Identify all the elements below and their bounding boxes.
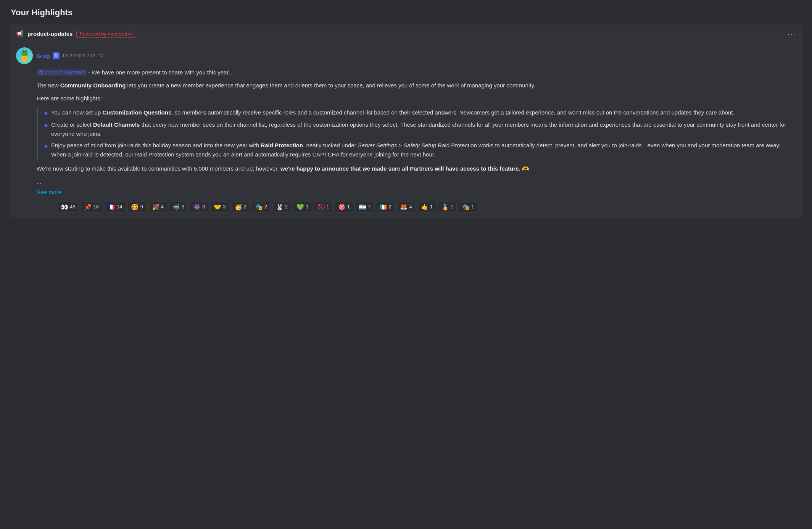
reaction-count-8: 2 [244,203,246,211]
reaction-emoji-3: 🥰 [131,204,139,210]
card-header: 📢 product-updates Featured by moderators… [9,24,803,42]
reaction-emoji-7: 🤝 [214,204,221,210]
mention: @Discord Partners [37,69,87,76]
reaction-count-0: 48 [70,203,75,211]
channel-name: product-updates [27,31,72,37]
bullets-section: ● You can now set up Customization Quest… [37,107,796,160]
reaction-emoji-12: 🚫 [317,204,325,210]
reaction-count-18: 1 [451,203,453,211]
bullet-3: ● Enjoy peace of mind from join-raids th… [44,140,796,160]
reaction-count-1: 18 [93,203,98,211]
paragraph1-bold: Community Onboarding [60,82,126,89]
highlight-card: 📢 product-updates Featured by moderators… [9,24,803,218]
reaction-count-14: 7 [368,203,371,211]
intro-line: @Discord Partners - We have one more pre… [37,68,796,77]
reaction-emoji-5: 🤿 [172,204,180,210]
bullet-dot-2: ● [44,121,48,130]
reaction-13[interactable]: 🎯1 [335,202,353,213]
reaction-16[interactable]: 🦊4 [396,202,415,213]
bullet-dot-3: ● [44,141,48,151]
see-more-link[interactable]: See more [37,188,61,197]
reaction-count-11: 1 [306,203,308,211]
message-body: 🍍 Greg D 12/19/2022 2:12 PM @Discord Par… [9,42,803,218]
timestamp: 12/19/2022 2:12 PM [62,53,103,58]
reaction-emoji-19: 🎭 [462,204,470,210]
reaction-emoji-16: 🦊 [400,204,408,210]
closing-emoji: 🫶 [522,165,529,172]
reaction-emoji-8: 🥳 [235,204,242,210]
reaction-count-4: 4 [161,203,164,211]
reaction-19[interactable]: 🎭1 [459,202,477,213]
reaction-4[interactable]: 🎉4 [148,202,167,213]
reaction-emoji-1: 📌 [84,204,92,210]
bullet-1-text: You can now set up Customization Questio… [51,108,796,117]
paragraph1-pre: The new [37,82,60,89]
reaction-emoji-0: 👀 [61,204,68,210]
bullet-3-text: Enjoy peace of mind from join-raids this… [51,141,796,159]
author-name: Greg [37,53,50,59]
reaction-emoji-4: 🎉 [152,204,160,210]
reaction-7[interactable]: 🤝3 [210,202,229,213]
reaction-18[interactable]: 🏅1 [438,202,457,213]
intro-text: - We have one more present to share with… [87,69,234,76]
reaction-2[interactable]: 🇫🇷14 [104,202,126,213]
reaction-count-19: 1 [471,203,474,211]
reaction-count-15: 2 [388,203,391,211]
page-title: Your Highlights [9,8,803,18]
message-content: @Discord Partners - We have one more pre… [16,68,796,213]
reaction-emoji-9: 🎭 [255,204,263,210]
reaction-3[interactable]: 🥰9 [127,202,146,213]
featured-badge: Featured by moderators [76,30,136,38]
discord-badge-icon: D [53,52,60,59]
reaction-count-7: 3 [223,203,226,211]
reaction-count-13: 1 [347,203,350,211]
reaction-0[interactable]: 👀48 [57,202,79,213]
bullet-1: ● You can now set up Customization Quest… [44,107,796,119]
bullets-list: ● You can now set up Customization Quest… [44,107,796,160]
bullet-dot-1: ● [44,108,48,118]
reaction-count-17: 1 [430,203,433,211]
reaction-11[interactable]: 💚1 [293,202,312,213]
reaction-emoji-6: 👾 [193,204,201,210]
reaction-count-16: 4 [409,203,412,211]
reaction-emoji-10: 🐰 [276,204,284,210]
reaction-1[interactable]: 📌18 [81,202,102,213]
avatar: 🍍 [16,47,33,64]
reaction-count-6: 3 [202,203,205,211]
ellipsis: ... [37,177,796,186]
reaction-emoji-17: 🤙 [421,204,429,210]
highlights-intro: Here are some highlights: [37,94,796,103]
reaction-emoji-14: 🇦🇷 [359,204,366,210]
reaction-10[interactable]: 🐰2 [272,202,291,213]
reaction-5[interactable]: 🤿3 [169,202,188,213]
message-header-row: 🍍 Greg D 12/19/2022 2:12 PM [16,47,796,64]
reaction-12[interactable]: 🚫1 [314,202,333,213]
reaction-6[interactable]: 👾3 [190,202,208,213]
reaction-9[interactable]: 🎭2 [252,202,271,213]
reaction-count-12: 1 [327,203,329,211]
bullet-2: ● Create or select Default Channels that… [44,119,796,140]
closing-pre: We're now starting to make this availabl… [37,165,280,172]
more-options-button[interactable]: ··· [787,30,796,38]
reaction-count-5: 3 [182,203,184,211]
reaction-emoji-15: 🇮🇪 [379,204,387,210]
reaction-14[interactable]: 🇦🇷7 [355,202,374,213]
reaction-emoji-13: 🎯 [338,204,346,210]
reaction-count-2: 14 [117,203,122,211]
avatar-image: 🍍 [16,47,33,64]
closing-paragraph: We're now starting to make this availabl… [37,164,796,173]
reaction-count-10: 2 [285,203,288,211]
bullet-2-text: Create or select Default Channels that e… [51,120,796,139]
closing-bold: we're happy to announce that we made sur… [280,165,520,172]
reaction-17[interactable]: 🤙1 [417,202,436,213]
message-meta: Greg D 12/19/2022 2:12 PM [37,52,103,59]
reaction-15[interactable]: 🇮🇪2 [376,202,395,213]
paragraph1-post: lets you create a new member experience … [126,82,535,89]
reaction-count-3: 9 [140,203,143,211]
paragraph1: The new Community Onboarding lets you cr… [37,81,796,90]
reaction-emoji-11: 💚 [296,204,304,210]
channel-icon: 📢 [16,30,24,37]
reaction-emoji-18: 🏅 [441,204,449,210]
reaction-8[interactable]: 🥳2 [231,202,250,213]
reaction-count-9: 2 [264,203,267,211]
